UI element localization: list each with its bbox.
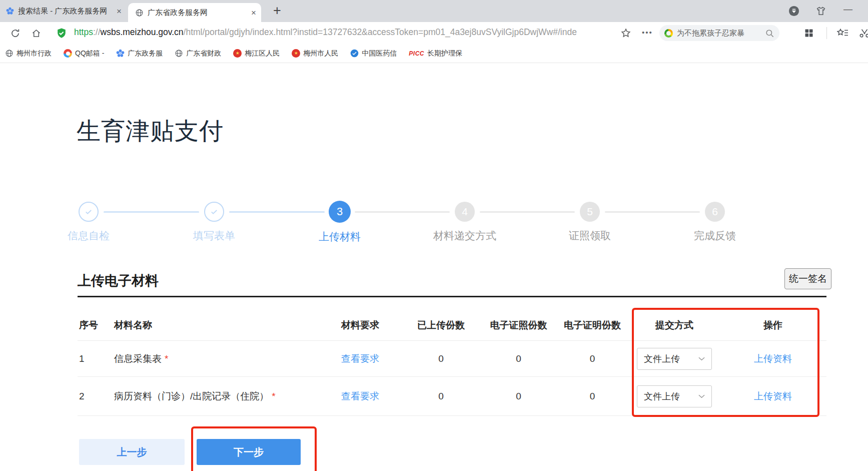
table-header-row: 序号 材料名称 材料要求 已上传份数 电子证照份数 电子证明份数 提交方式 操作: [78, 297, 826, 341]
more-options-icon[interactable]: •••: [642, 28, 653, 37]
national-emblem-icon: ★: [292, 49, 300, 58]
previous-step-button[interactable]: 上一步: [79, 439, 185, 465]
close-icon[interactable]: ×: [251, 9, 256, 17]
uploaded-count: 0: [400, 391, 482, 402]
bookmark-meizhou-gov[interactable]: ★ 梅州市人民: [292, 49, 338, 58]
security-shield-icon[interactable]: [56, 27, 67, 39]
page-title: 生育津贴支付: [77, 115, 224, 147]
header-requirement: 材料要求: [320, 319, 400, 332]
row-no: 1: [78, 353, 114, 364]
download-indicator-icon[interactable]: [788, 6, 799, 17]
step-2-fill-form: 填写表单: [159, 201, 269, 243]
url-path: /html/portal/gdjyh/index.html?instid=137…: [184, 27, 577, 37]
home-icon[interactable]: [31, 28, 42, 39]
row-no: 2: [78, 391, 114, 402]
globe-icon: [135, 9, 144, 17]
check-icon: [204, 202, 224, 222]
upload-material-link[interactable]: 上传资料: [719, 352, 826, 365]
elicense-count: 0: [482, 391, 555, 402]
new-tab-button[interactable]: +: [273, 3, 281, 19]
browser-toolbar: https://wsbs.meizhou.gov.cn/html/portal/…: [0, 22, 868, 44]
bookmark-picc[interactable]: PICC 长期护理保: [409, 49, 462, 58]
step-6-feedback: 6 完成反馈: [660, 201, 770, 243]
unified-sign-button[interactable]: 统一签名: [784, 268, 831, 289]
bookmark-meizhou-xingzheng[interactable]: 梅州市行政: [5, 49, 52, 58]
table-row: 2 病历资料（门诊）/出院记录（住院）* 查看要求 0 0 0 文件上传 上传资…: [78, 377, 826, 416]
close-icon[interactable]: ×: [117, 7, 122, 16]
minimize-button[interactable]: —: [843, 4, 852, 15]
step-indicator: 信息自检 填写表单 3 上传材料 4 材料递交方式 5 证照领取 6 完成反馈: [0, 201, 868, 251]
search-engine-logo-icon: [664, 29, 673, 38]
submit-method-select[interactable]: 文件上传: [637, 385, 712, 407]
reload-icon[interactable]: [10, 28, 21, 39]
tab-search-results[interactable]: 搜索结果 - 广东政务服务网 ×: [0, 0, 127, 22]
apps-grid-icon[interactable]: [804, 28, 814, 38]
search-hotword: 为不拖累孩子忍家暴: [677, 29, 761, 38]
toolbar-divider: [826, 27, 827, 39]
url-host: wsbs.meizhou.gov.cn: [101, 27, 184, 37]
tab-title: 广东省政务服务网: [148, 8, 247, 18]
favorites-list-icon[interactable]: [836, 28, 848, 38]
elicense-count: 0: [482, 353, 555, 364]
header-uploaded-count: 已上传份数: [400, 319, 482, 332]
globe-icon: [175, 49, 183, 58]
step-number: 3: [329, 201, 351, 223]
header-ecert-count: 电子证明份数: [555, 319, 629, 332]
ecert-count: 0: [555, 353, 629, 364]
submit-method-select[interactable]: 文件上传: [637, 348, 712, 370]
check-icon: [79, 202, 99, 222]
required-asterisk: *: [272, 391, 275, 401]
screenshot-scissors-icon[interactable]: [858, 28, 868, 39]
flower-icon: [6, 7, 14, 15]
upload-material-link[interactable]: 上传资料: [719, 390, 826, 403]
view-requirement-link[interactable]: 查看要求: [320, 352, 400, 365]
bookmark-meijiang-gov[interactable]: ★ 梅江区人民: [233, 49, 280, 58]
qq-mail-icon: [64, 49, 72, 58]
bookmark-china-med[interactable]: 中国医药信: [350, 49, 397, 58]
header-action: 操作: [719, 319, 826, 332]
bookmarks-bar: 梅州市行政 QQ邮箱 - 广东政务服 广东省财政 ★ 梅江区人民 ★ 梅州市人民…: [0, 44, 868, 63]
step-1-info-check: 信息自检: [34, 201, 144, 243]
tab-gd-gov-service[interactable]: 广东省政务服务网 ×: [128, 3, 261, 22]
ecert-count: 0: [555, 391, 629, 402]
view-requirement-link[interactable]: 查看要求: [320, 390, 400, 403]
bookmark-gd-caizheng[interactable]: 广东省财政: [175, 49, 221, 58]
header-no: 序号: [78, 319, 114, 332]
browser-tab-bar: 搜索结果 - 广东政务服务网 × 广东省政务服务网 × + —: [0, 0, 868, 22]
header-elicense-count: 电子证照份数: [482, 319, 555, 332]
national-emblem-icon: ★: [233, 49, 242, 58]
header-material-name: 材料名称: [114, 319, 320, 332]
bookmark-gd-zhengwu[interactable]: 广东政务服: [116, 49, 163, 58]
material-name: 信息采集表*: [114, 352, 320, 365]
required-asterisk: *: [165, 353, 168, 364]
theme-tshirt-icon[interactable]: [815, 6, 826, 17]
globe-icon: [5, 49, 14, 58]
address-bar[interactable]: https://wsbs.meizhou.gov.cn/html/portal/…: [74, 27, 617, 38]
header-submit-method: 提交方式: [629, 319, 719, 332]
bookmark-qq-mail[interactable]: QQ邮箱 -: [64, 49, 104, 58]
step-number: 5: [580, 202, 600, 222]
bookmark-star-icon[interactable]: [620, 28, 631, 39]
flower-icon: [116, 49, 125, 58]
page-content: 生育津贴支付 信息自检 填写表单 3 上传材料 4 材料递交方式 5: [0, 63, 868, 471]
uploaded-count: 0: [400, 353, 482, 364]
step-3-upload-materials: 3 上传材料: [285, 201, 395, 244]
step-5-license-pickup: 5 证照领取: [535, 201, 645, 243]
tab-title: 搜索结果 - 广东政务服务网: [18, 7, 113, 16]
url-scheme: https: [74, 27, 93, 37]
table-row: 1 信息采集表* 查看要求 0 0 0 文件上传 上传资料: [78, 341, 826, 377]
section-title: 上传电子材料: [78, 272, 159, 290]
chevron-down-icon: [698, 394, 705, 398]
blue-check-badge-icon: [350, 49, 359, 58]
next-step-button[interactable]: 下一步: [197, 439, 301, 465]
url-separator: ://: [93, 27, 101, 37]
search-icon[interactable]: [765, 29, 774, 38]
material-name: 病历资料（门诊）/出院记录（住院）*: [114, 390, 320, 403]
picc-logo: PICC: [409, 50, 424, 57]
step-4-submission-method: 4 材料递交方式: [410, 201, 520, 243]
chevron-down-icon: [698, 357, 705, 361]
step-number: 4: [455, 202, 475, 222]
search-box[interactable]: 为不拖累孩子忍家暴: [659, 25, 779, 41]
step-number: 6: [705, 202, 725, 222]
